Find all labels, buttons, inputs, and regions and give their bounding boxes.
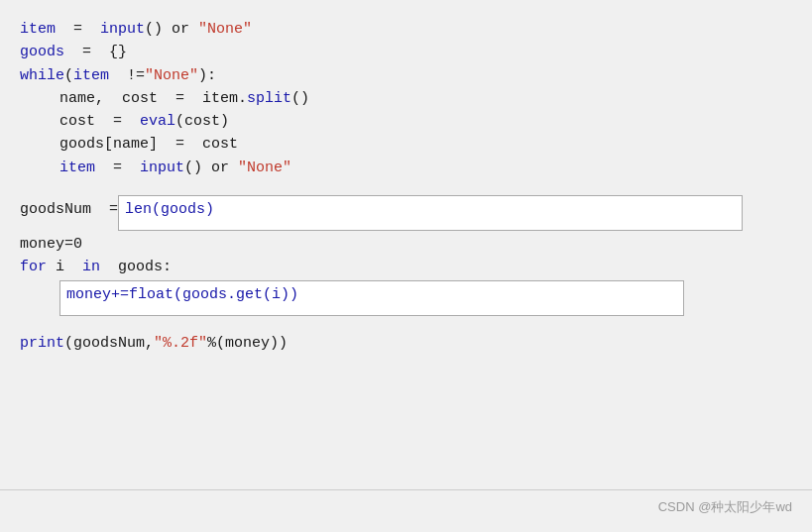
str-none-3: "None" xyxy=(238,160,291,176)
code-line-6: goods[name] = cost xyxy=(20,133,792,156)
kw-cost: cost xyxy=(122,90,158,107)
divider-line xyxy=(0,489,812,490)
code-line-print: print(goodsNum,"%.2f"%(money)) xyxy=(20,332,792,355)
kw-for: for xyxy=(20,259,47,275)
kw-cost-3: cost xyxy=(202,136,238,153)
kw-cost-2: cost xyxy=(59,113,95,130)
code-line-for: for i in goods: xyxy=(20,256,792,278)
str-none-2: "None" xyxy=(145,67,198,84)
keyword-while: while xyxy=(20,67,64,84)
code-line-7: item = input() or "None" xyxy=(20,157,792,179)
kw-goodsnum-print: goodsNum xyxy=(73,335,145,352)
kw-money-print: money xyxy=(225,335,270,352)
keyword-item: item xyxy=(20,21,56,38)
code-line-money: money=0 xyxy=(20,233,792,256)
code-container: item = input() or "None" goods = {} whil… xyxy=(0,0,812,532)
kw-name-idx: name xyxy=(113,136,149,153)
kw-name: name xyxy=(59,90,95,107)
textarea-goodsnum[interactable] xyxy=(118,195,743,231)
func-split: split xyxy=(247,90,291,107)
code-line-1: item = input() or "None" xyxy=(20,18,792,41)
money-row xyxy=(20,280,792,316)
label-goodsnum: goodsNum = xyxy=(20,195,118,221)
code-line-3: while(item !="None"): xyxy=(20,64,792,87)
code-line-4: name, cost = item.split() xyxy=(20,87,792,110)
watermark: CSDN @种太阳少年wd xyxy=(658,498,792,516)
kw-goods-name: goods xyxy=(59,136,104,153)
code-line-5: cost = eval(cost) xyxy=(20,110,792,133)
textarea-money[interactable] xyxy=(59,280,684,316)
func-input: input xyxy=(100,21,145,38)
func-input-2: input xyxy=(140,160,184,176)
str-none-1: "None" xyxy=(198,21,252,38)
goodsnum-row: goodsNum = xyxy=(20,195,792,231)
kw-item-split: item xyxy=(202,90,238,107)
code-line-2: goods = {} xyxy=(20,41,792,63)
keyword-goods: goods xyxy=(20,44,64,60)
kw-item-while: item xyxy=(73,67,109,84)
func-print: print xyxy=(20,335,64,352)
kw-item-2: item xyxy=(59,160,95,176)
spacer-2 xyxy=(20,318,792,332)
kw-cost-arg: cost xyxy=(184,113,220,130)
str-format: "%.2f" xyxy=(154,335,207,352)
func-eval: eval xyxy=(140,113,175,130)
kw-in: in xyxy=(82,259,100,275)
spacer-1 xyxy=(20,179,792,193)
